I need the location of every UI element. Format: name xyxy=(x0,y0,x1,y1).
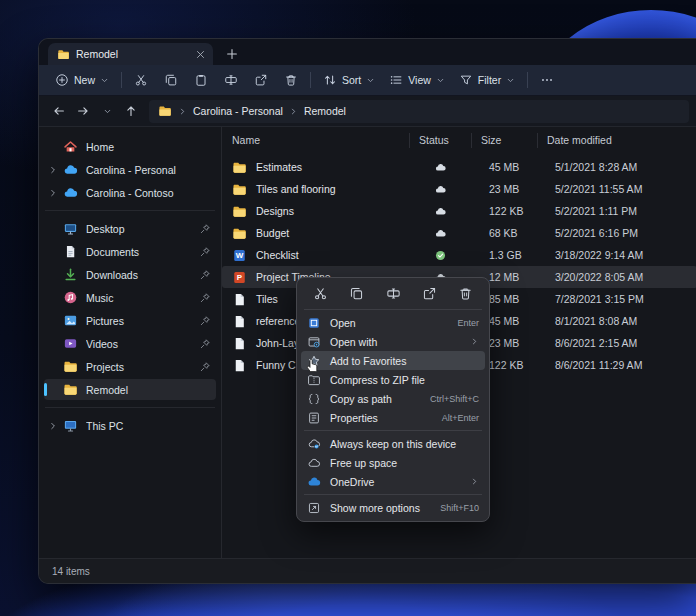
cloud-outline-icon xyxy=(307,456,321,470)
sidebar-item-home[interactable]: Home xyxy=(44,136,216,157)
cloud-status-icon xyxy=(434,183,447,196)
pin-icon xyxy=(199,246,211,258)
chevron-down-icon xyxy=(506,76,515,85)
tab-remodel[interactable]: Remodel xyxy=(48,43,213,65)
file-status-cell xyxy=(409,161,471,174)
copy-icon xyxy=(164,73,178,87)
menu-item-always-keep-on-this-device[interactable]: Always keep on this device xyxy=(301,434,485,453)
copy-icon[interactable] xyxy=(349,286,364,301)
file-row-tiles-and-flooring[interactable]: Tiles and flooring23 MB5/2/2021 11:55 AM xyxy=(222,178,696,200)
file-name-cell: WChecklist xyxy=(232,248,409,263)
toolbar-separator xyxy=(121,72,122,88)
file-row-estimates[interactable]: Estimates45 MB5/1/2021 8:28 AM xyxy=(222,156,696,178)
cut-icon[interactable] xyxy=(313,286,328,301)
menu-item-add-to-favorites[interactable]: Add to Favorites xyxy=(301,351,485,370)
document-icon xyxy=(63,244,78,259)
rename-icon[interactable] xyxy=(386,286,401,301)
filter-button[interactable]: Filter xyxy=(452,68,522,92)
delete-button[interactable] xyxy=(277,68,305,92)
see-more-button[interactable] xyxy=(533,68,561,92)
sidebar-item-documents[interactable]: Documents xyxy=(44,241,216,262)
column-header-status[interactable]: Status xyxy=(409,133,471,148)
sidebar-divider xyxy=(45,407,215,408)
sidebar-item-label: Projects xyxy=(86,361,199,373)
new-button[interactable]: New xyxy=(48,68,116,92)
toolbar-separator xyxy=(310,72,311,88)
sidebar-item-projects[interactable]: Projects xyxy=(44,356,216,377)
menu-item-show-more-options[interactable]: Show more optionsShift+F10 xyxy=(301,498,485,517)
chevron-right-icon[interactable] xyxy=(48,188,63,198)
sidebar-item-desktop[interactable]: Desktop xyxy=(44,218,216,239)
sidebar-item-downloads[interactable]: Downloads xyxy=(44,264,216,285)
menu-item-copy-as-path[interactable]: Copy as pathCtrl+Shift+C xyxy=(301,389,485,408)
cloud-status-icon xyxy=(434,227,447,240)
delete-icon[interactable] xyxy=(458,286,473,301)
file-size: 1.3 GB xyxy=(471,249,537,261)
new-button-label: New xyxy=(74,74,95,86)
menu-item-shortcut: Shift+F10 xyxy=(440,503,479,513)
file-row-checklist[interactable]: WChecklist1.3 GB3/18/2022 9:14 AM xyxy=(222,244,696,266)
sidebar-item-videos[interactable]: Videos xyxy=(44,333,216,354)
sort-button[interactable]: Sort xyxy=(316,68,382,92)
column-header-date-modified[interactable]: Date modified xyxy=(537,133,687,148)
show-more-icon xyxy=(307,501,321,515)
up-button[interactable] xyxy=(119,99,143,123)
sidebar-item-pictures[interactable]: Pictures xyxy=(44,310,216,331)
sidebar-item-carolina-personal[interactable]: Carolina - Personal xyxy=(44,159,216,180)
menu-item-label: Open xyxy=(330,317,448,329)
chevron-spacer xyxy=(48,224,63,234)
share-icon[interactable] xyxy=(422,286,437,301)
file-row-designs[interactable]: Designs122 KB5/2/2021 1:11 PM xyxy=(222,200,696,222)
sidebar-item-remodel[interactable]: Remodel xyxy=(44,379,216,400)
share-button[interactable] xyxy=(247,68,275,92)
menu-item-properties[interactable]: PropertiesAlt+Enter xyxy=(301,408,485,427)
view-button[interactable]: View xyxy=(382,68,452,92)
breadcrumb-segment[interactable]: Remodel xyxy=(304,105,346,117)
chevron-right-icon[interactable] xyxy=(48,165,63,175)
sidebar-item-carolina-contoso[interactable]: Carolina - Contoso xyxy=(44,182,216,203)
column-header-name[interactable]: Name xyxy=(232,133,409,148)
cut-button[interactable] xyxy=(127,68,155,92)
menu-item-open-with[interactable]: Open with xyxy=(301,332,485,351)
sidebar-item-music[interactable]: Music xyxy=(44,287,216,308)
file-date-modified: 7/28/2021 3:15 PM xyxy=(537,293,687,305)
forward-button[interactable] xyxy=(71,99,95,123)
menu-item-shortcut: Ctrl+Shift+C xyxy=(430,394,479,404)
paste-icon xyxy=(194,73,208,87)
menu-item-open[interactable]: OpenEnter xyxy=(301,313,485,332)
open-app-icon xyxy=(307,316,321,330)
menu-item-free-up-space[interactable]: Free up space xyxy=(301,453,485,472)
sidebar-item-label: Home xyxy=(86,141,211,153)
new-tab-button[interactable] xyxy=(225,47,239,61)
forward-arrow-icon xyxy=(76,104,90,118)
pin-icon xyxy=(199,315,211,327)
paste-button[interactable] xyxy=(187,68,215,92)
delete-icon xyxy=(284,73,298,87)
sidebar-item-this-pc[interactable]: This PC xyxy=(44,415,216,436)
context-menu: OpenEnterOpen withAdd to FavoritesCompre… xyxy=(296,277,490,522)
chevron-right-icon xyxy=(470,477,479,486)
menu-item-compress-to-zip-file[interactable]: Compress to ZIP file xyxy=(301,370,485,389)
column-header-size[interactable]: Size xyxy=(471,133,537,148)
chevron-right-icon[interactable] xyxy=(48,421,63,431)
breadcrumb-segment[interactable]: Carolina - Personal xyxy=(193,105,283,117)
file-explorer-window: Remodel New Sort View xyxy=(38,38,696,584)
breadcrumb[interactable]: Carolina - Personal Remodel xyxy=(149,100,689,123)
filter-icon xyxy=(459,73,473,87)
rename-button[interactable] xyxy=(217,68,245,92)
pin-icon xyxy=(199,269,211,281)
cloud-status-icon xyxy=(434,161,447,174)
back-button[interactable] xyxy=(47,99,71,123)
menu-item-onedrive[interactable]: OneDrive xyxy=(301,472,485,491)
chevron-down-icon xyxy=(366,76,375,85)
menu-item-label: Free up space xyxy=(330,457,479,469)
close-tab-icon[interactable] xyxy=(194,48,207,61)
file-row-budget[interactable]: Budget68 KB5/2/2021 6:16 PM xyxy=(222,222,696,244)
file-size: 68 KB xyxy=(471,227,537,239)
recent-locations-button[interactable] xyxy=(95,99,119,123)
file-date-modified: 5/2/2021 6:16 PM xyxy=(537,227,687,239)
open-with-icon xyxy=(307,335,321,349)
file-name-cell: Designs xyxy=(232,204,409,219)
file-date-modified: 5/1/2021 8:28 AM xyxy=(537,161,687,173)
copy-button[interactable] xyxy=(157,68,185,92)
